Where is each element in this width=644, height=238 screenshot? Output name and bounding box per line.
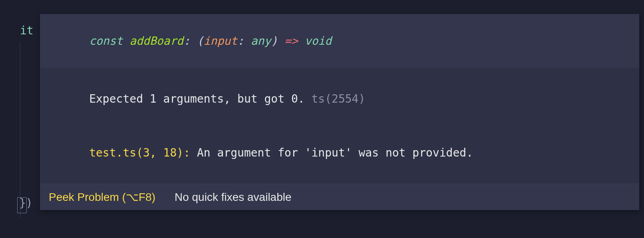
tooltip-error: Expected 1 arguments, but got 0. ts(2554… <box>40 68 639 126</box>
error-code: ts(2554) <box>311 92 365 105</box>
code-line-closing: }) <box>19 196 33 210</box>
sig-name: addBoard <box>129 34 183 48</box>
sig-keyword: const <box>89 34 129 48</box>
peek-problem-link[interactable]: Peek Problem (⌥F8) <box>49 190 155 204</box>
hover-tooltip: const addBoard: (input: any) => void Exp… <box>40 14 639 210</box>
tooltip-actions: Peek Problem (⌥F8) No quick fixes availa… <box>40 184 639 210</box>
sig-colon: : <box>183 34 197 48</box>
location-message: An argument for 'input' was not provided… <box>197 146 473 159</box>
quick-fix-status: No quick fixes available <box>175 191 292 204</box>
sig-arrow: => <box>284 34 305 48</box>
sig-param-colon: : <box>237 34 251 48</box>
editor-area[interactable]: it addBoard() }) const addBoard: (input:… <box>0 0 644 238</box>
sig-close-paren: ) <box>271 34 284 48</box>
sig-open-paren: ( <box>197 34 204 48</box>
sig-param-type: any <box>251 34 271 48</box>
error-message: Expected 1 arguments, but got 0. <box>89 92 311 105</box>
sig-return-type: void <box>305 34 332 48</box>
code-token-it: it <box>20 24 34 37</box>
location-file: test.ts(3, 18): <box>89 146 197 159</box>
tooltip-signature: const addBoard: (input: any) => void <box>40 14 639 68</box>
sig-param: input <box>204 34 237 48</box>
tooltip-location: test.ts(3, 18): An argument for 'input' … <box>40 126 639 184</box>
indent-guide <box>20 42 20 218</box>
code-line-it: it <box>20 24 34 37</box>
